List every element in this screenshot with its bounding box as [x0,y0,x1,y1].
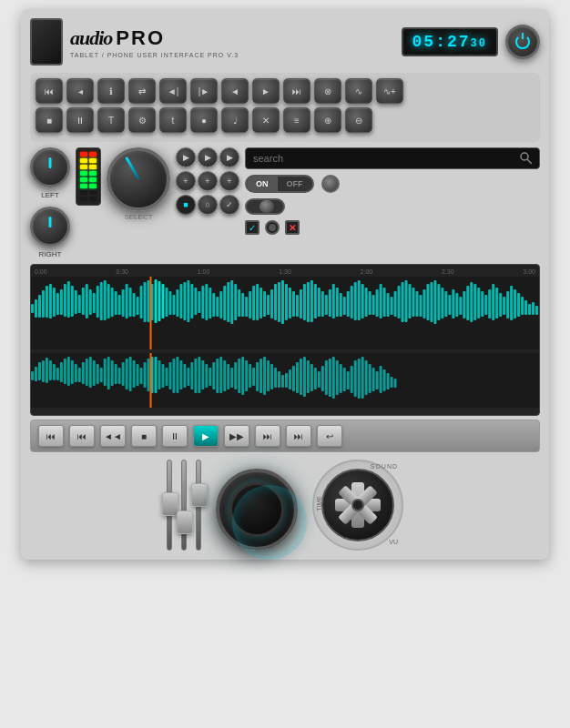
fader-thumb-2[interactable] [177,511,193,534]
btn-fwd[interactable]: ► [252,78,280,104]
small-round-toggle[interactable] [321,175,340,193]
svg-rect-225 [321,366,324,391]
fader-rail-3[interactable] [196,460,201,551]
svg-rect-223 [314,368,317,389]
svg-rect-24 [107,284,110,318]
btn-note[interactable]: ♩ [221,107,249,133]
logo-subtitle: TABLET / PHONE USER INTERFACE PRO V.3 [70,52,239,58]
btn-text2[interactable]: t [159,107,187,133]
btn-wave2[interactable]: ∿+ [376,78,403,104]
transport-loop[interactable]: ↩ [317,425,342,447]
btn-skip-fwd[interactable]: ⏭ [283,78,310,104]
svg-rect-224 [318,371,321,388]
checkbox-checked[interactable]: ✓ [245,220,260,235]
btn-stop[interactable]: ■ [36,107,63,133]
svg-rect-58 [230,280,233,324]
transport-play[interactable]: ▶ [193,425,219,447]
svg-rect-95 [365,288,368,317]
bottom-section: SOUND TIME VU [30,460,540,551]
waveform-svg[interactable]: // This won't execute inside SVG, using … [31,277,539,349]
btn-cross[interactable]: ✕ [252,107,280,133]
svg-rect-175 [140,368,143,384]
svg-rect-188 [187,368,189,386]
btn-next[interactable]: |► [190,78,218,104]
transport-stop[interactable]: ■ [131,425,157,447]
btn-eq[interactable]: ≡ [283,107,310,133]
search-input[interactable] [253,153,516,164]
svg-rect-161 [89,357,92,388]
led-off-1 [80,190,87,195]
grid-btn-9[interactable]: ✓ [219,195,239,215]
svg-rect-184 [172,359,175,393]
svg-rect-146 [35,367,37,381]
grid-btn-2[interactable]: ▶ [198,147,218,167]
waveform-section: 0:00 0:30 1:00 1:30 2:00 2:30 3:00 // Th… [30,264,540,416]
grid-btn-3[interactable]: ▶ [219,147,239,167]
grid-btn-1[interactable]: ▶ [176,147,196,167]
time-seconds: 30 [471,37,487,50]
led-row-8 [80,197,97,201]
radio-btn[interactable] [265,220,280,235]
waveform-svg-2[interactable] [31,353,539,408]
svg-rect-98 [376,289,379,317]
svg-rect-220 [303,357,306,397]
grid-btn-8[interactable]: ○ [198,195,218,215]
transport-skip-back[interactable]: ⏮ [38,425,64,447]
power-button[interactable] [505,25,540,59]
svg-rect-131 [495,288,498,318]
on-off-toggle[interactable]: ON OFF [245,175,314,193]
svg-rect-134 [506,291,509,318]
star-knob-inner[interactable] [321,469,394,541]
btn-settings[interactable]: ⚙ [128,107,156,133]
btn-zoom-out[interactable]: ⊖ [345,107,372,133]
ruler-30: 0:30 [116,268,128,275]
btn-text[interactable]: T [97,107,125,133]
knob-right[interactable] [30,207,70,247]
fader-rail-1[interactable] [167,460,172,551]
slider-toggle[interactable] [245,198,285,215]
transport-next[interactable]: ⏭ [255,425,280,447]
grid-btn-6[interactable]: + [219,171,239,191]
svg-rect-119 [452,289,454,318]
controls-row-2: ■ ⏸ T ⚙ t ● ♩ ✕ ≡ ⊕ ⊖ [36,107,534,133]
star-knob-ring[interactable]: SOUND TIME VU [312,460,403,551]
svg-rect-166 [107,357,110,389]
svg-rect-130 [492,284,494,320]
large-knob[interactable] [107,147,170,211]
grid-btn-7[interactable]: ■ [176,195,196,215]
search-bar[interactable] [245,147,540,169]
transport-rew[interactable]: ◄◄ [100,425,126,447]
btn-info[interactable]: ℹ [97,78,125,104]
btn-skip-back[interactable]: ⏮ [36,78,63,104]
fader-thumb-3[interactable] [191,483,208,507]
knob-left[interactable] [30,147,70,187]
svg-rect-154 [64,359,66,384]
led-off-4 [89,197,97,201]
btn-pause[interactable]: ⏸ [66,107,94,133]
btn-rew[interactable]: ◄ [221,78,249,104]
btn-wave1[interactable]: ∿ [345,78,372,104]
svg-rect-73 [285,284,288,320]
checkbox-x[interactable]: ✕ [285,220,300,235]
btn-mute[interactable]: ⊗ [314,78,341,104]
transport-skip-fwd[interactable]: ⏭ [286,425,311,447]
time-minutes: 27 [447,33,471,51]
transport-pause[interactable]: ⏸ [162,425,188,447]
transport-prev[interactable]: ⏮ [69,425,95,447]
btn-zoom-in[interactable]: ⊕ [314,107,341,133]
svg-rect-180 [158,360,161,389]
speaker-knob[interactable] [216,469,298,551]
btn-prev[interactable]: ◂ [66,78,94,104]
svg-rect-237 [365,360,368,395]
svg-rect-135 [510,286,513,320]
svg-rect-106 [405,280,408,322]
btn-record[interactable]: ● [190,107,218,133]
svg-rect-111 [422,289,425,318]
btn-shuffle[interactable]: ⇄ [128,78,156,104]
fader-rail-2[interactable] [181,460,187,551]
transport-ffwd[interactable]: ▶▶ [224,425,249,447]
grid-btn-5[interactable]: + [198,171,218,191]
grid-btn-4[interactable]: + [176,171,196,191]
btn-prev2[interactable]: ◄| [159,78,187,104]
svg-rect-120 [455,293,458,317]
